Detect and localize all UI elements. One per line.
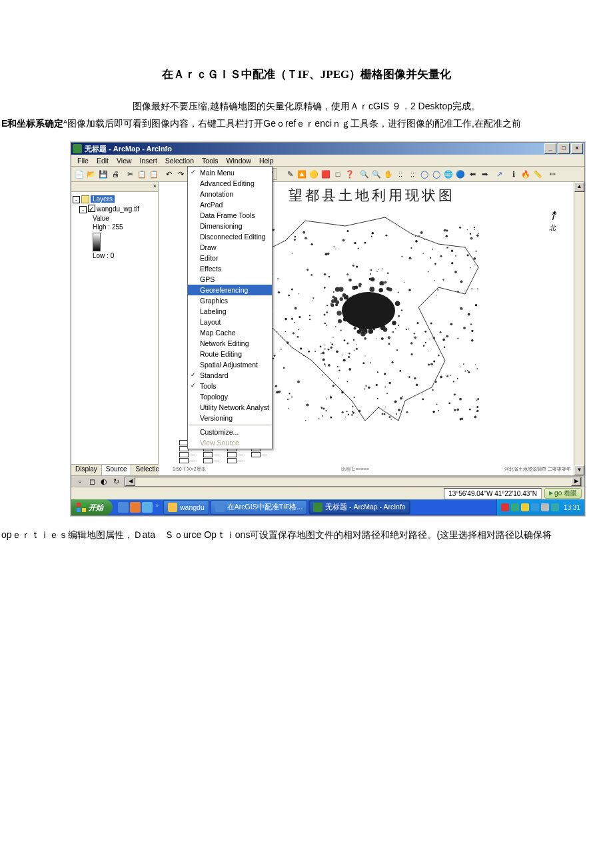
toolbar-icon[interactable]: ✋	[382, 168, 394, 180]
minimize-button[interactable]: _	[544, 143, 556, 154]
view-mode-icon[interactable]: ↻	[110, 475, 122, 487]
toolbar-icon[interactable]: 📋	[148, 168, 160, 180]
tray-icon[interactable]	[531, 503, 539, 511]
tray-icon[interactable]	[511, 503, 519, 511]
toolbars-context-menu[interactable]: Main MenuAdvanced EditingAnnotationArcPa…	[187, 166, 273, 449]
toolbar-menu-item[interactable]: Labeling	[188, 306, 272, 317]
tree-collapse-icon[interactable]: -	[79, 206, 87, 213]
start-button[interactable]: 开始	[71, 499, 113, 515]
toc-close-icon[interactable]: ×	[153, 183, 157, 189]
toolbar-menu-item[interactable]: GPS	[188, 274, 272, 285]
toolbar-menu-item[interactable]: Map Cache	[188, 327, 272, 338]
scroll-right-button[interactable]: ▶	[571, 477, 581, 486]
toolbar-icon[interactable]: 🔥	[520, 168, 532, 180]
toolbar-icon[interactable]: 📏	[532, 168, 544, 180]
toolbar-menu-item[interactable]: Topology	[188, 391, 272, 402]
toolbar-icon[interactable]: ➡	[478, 168, 490, 180]
tree-collapse-icon[interactable]: -	[73, 196, 80, 203]
toolbar-menu-item[interactable]: Annotation	[188, 189, 272, 199]
toolbar-icon[interactable]: 🔍	[358, 168, 370, 180]
tray-icon[interactable]	[541, 503, 549, 511]
toolbar-menu-item[interactable]: Effects	[188, 263, 272, 274]
toolbar-menu-item[interactable]: Georeferencing	[188, 285, 272, 295]
toolbar-menu-item[interactable]: Advanced Editing	[188, 178, 272, 189]
toolbar-icon[interactable]: ✂	[124, 168, 136, 180]
quick-launch-icon[interactable]	[142, 502, 153, 513]
menu-selection[interactable]: Selection	[162, 157, 197, 165]
toolbar-menu-item[interactable]: Data Frame Tools	[188, 210, 272, 221]
taskbar-button[interactable]: 无标题 - ArcMap - ArcInfo	[308, 500, 410, 515]
toolbar-menu-item[interactable]: Tools	[188, 381, 272, 391]
maximize-button[interactable]: □	[558, 143, 570, 154]
toolbar-icon[interactable]: 📄	[73, 168, 85, 180]
toolbar-icon[interactable]: ℹ	[508, 168, 520, 180]
go-button[interactable]: go 着眼	[544, 488, 582, 499]
layer-checkbox[interactable]: ✓	[88, 205, 95, 212]
view-mode-icon[interactable]: ▫	[74, 475, 86, 487]
menu-view[interactable]: View	[113, 157, 135, 165]
toolbar-icon[interactable]: ❓	[344, 168, 356, 180]
view-mode-icon[interactable]: ◻	[86, 475, 98, 487]
toolbar-icon[interactable]: ::	[394, 168, 406, 180]
menu-insert[interactable]: Insert	[137, 157, 161, 165]
tray-icon[interactable]	[551, 503, 559, 511]
view-mode-icon[interactable]: ◐	[98, 475, 110, 487]
toolbar-icon[interactable]: 🟥	[320, 168, 332, 180]
toolbar-menu-item[interactable]: ArcPad	[188, 199, 272, 210]
menu-help[interactable]: Help	[256, 157, 277, 165]
toolbar-menu-item[interactable]: Dimensioning	[188, 221, 272, 231]
toc-tab-source[interactable]: Source	[102, 465, 132, 475]
toolbar-menu-item[interactable]: Network Editing	[188, 338, 272, 349]
toolbar-icon[interactable]: ✏	[546, 168, 558, 180]
taskbar-button[interactable]: wangdu	[163, 500, 209, 515]
menu-edit[interactable]: Edit	[93, 157, 112, 165]
toolbar-icon[interactable]: ↗	[493, 168, 505, 180]
toolbar-icon[interactable]: ◯	[430, 168, 442, 180]
toolbar-icon[interactable]: 📂	[85, 168, 97, 180]
toolbar-menu-item[interactable]: Editor	[188, 253, 272, 263]
toolbar-icon[interactable]: 💾	[97, 168, 109, 180]
toolbar-icon[interactable]: 🔍	[370, 168, 382, 180]
tray-icon[interactable]	[501, 503, 509, 511]
vertical-scrollbar[interactable]: ▲ ▼	[574, 182, 584, 475]
toolbar-icon[interactable]: 🟡	[308, 168, 320, 180]
taskbar-button[interactable]: 在ArcGIS中配准TIF格...	[211, 500, 307, 515]
scroll-up-button[interactable]: ▲	[574, 182, 584, 192]
toolbar-icon[interactable]: 🔼	[296, 168, 308, 180]
toolbar-icon[interactable]: 📋	[136, 168, 148, 180]
toolbar-icon[interactable]: 🔵	[454, 168, 466, 180]
toolbar-icon[interactable]: 🌐	[442, 168, 454, 180]
toolbar-icon[interactable]: ⬅	[466, 168, 478, 180]
quick-launch-expand-icon[interactable]: »	[154, 502, 160, 513]
layers-node[interactable]: Layers	[91, 195, 115, 203]
toolbar-menu-item[interactable]: Versioning	[188, 413, 272, 423]
toolbar-menu-item[interactable]: Route Editing	[188, 349, 272, 359]
scroll-down-button[interactable]: ▼	[574, 465, 584, 475]
toolbar-menu-item[interactable]: Graphics	[188, 295, 272, 306]
toc-tree[interactable]: -Layers -✓wangdu_wg.tif Value High : 255…	[71, 192, 158, 464]
toolbar-menu-item[interactable]: Layout	[188, 317, 272, 327]
toolbar-icon[interactable]: ◯	[418, 168, 430, 180]
quick-launch-icon[interactable]	[130, 502, 141, 513]
toolbar-menu-item[interactable]: Disconnected Editing	[188, 231, 272, 242]
toc-tab-display[interactable]: Display	[71, 465, 102, 475]
toolbar-icon[interactable]: 🖨	[109, 168, 121, 180]
toolbar-icon[interactable]: □	[332, 168, 344, 180]
toolbar-icon[interactable]: ✎	[284, 168, 296, 180]
toolbar-icon[interactable]: ↶	[163, 168, 175, 180]
tray-icon[interactable]	[521, 503, 529, 511]
raster-layer-name[interactable]: wangdu_wg.tif	[97, 205, 139, 213]
toolbar-menu-item[interactable]: Customize...	[188, 427, 272, 437]
menu-window[interactable]: Window	[223, 157, 255, 165]
toolbar-menu-item[interactable]: Draw	[188, 242, 272, 253]
toolbar-icon[interactable]: ::	[406, 168, 418, 180]
toolbar-icon[interactable]: ↷	[175, 168, 187, 180]
toolbar-menu-item[interactable]: Spatial Adjustment	[188, 359, 272, 370]
toolbar-menu-item[interactable]: Utility Network Analyst	[188, 402, 272, 413]
toolbar-menu-item[interactable]: Standard	[188, 370, 272, 381]
horizontal-scrollbar[interactable]: ◀ ▶	[125, 477, 582, 487]
menu-file[interactable]: File	[74, 157, 92, 165]
menu-tools[interactable]: Tools	[199, 157, 222, 165]
quick-launch-icon[interactable]	[118, 502, 129, 513]
close-button[interactable]: ×	[571, 143, 583, 154]
